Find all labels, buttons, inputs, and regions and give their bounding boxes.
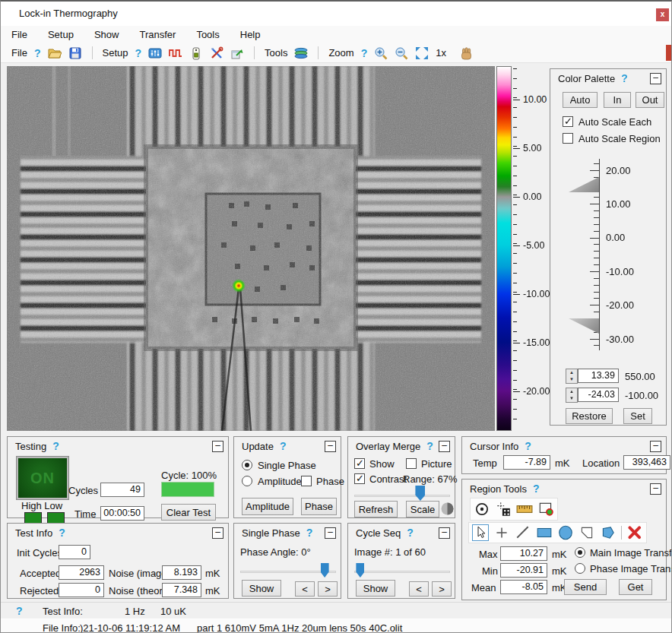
- out-button[interactable]: Out: [636, 92, 664, 108]
- set-button[interactable]: Set: [623, 408, 652, 424]
- refresh-button[interactable]: Refresh: [354, 501, 398, 517]
- upper-scale-handle[interactable]: [569, 177, 599, 192]
- color-palette-minimize-button[interactable]: –: [650, 73, 661, 84]
- square-wave-icon[interactable]: [169, 46, 182, 60]
- single-phase-minimize-button[interactable]: –: [325, 527, 336, 539]
- on-button[interactable]: ON: [17, 457, 68, 499]
- menu-transfer[interactable]: Transfer: [139, 29, 176, 40]
- update-minimize-button[interactable]: –: [325, 441, 336, 452]
- scale-button[interactable]: Scale: [406, 501, 439, 517]
- select-arrow-tool-icon[interactable]: [472, 524, 489, 541]
- open-folder-icon[interactable]: [48, 46, 62, 60]
- menu-file[interactable]: File: [11, 29, 27, 40]
- show-checkbox[interactable]: [354, 458, 365, 469]
- menu-setup[interactable]: Setup: [48, 29, 74, 40]
- cursor-info-help-icon[interactable]: ?: [525, 440, 531, 452]
- overlay-merge-minimize-button[interactable]: –: [439, 441, 450, 452]
- phase-image-transfer-radio[interactable]: [575, 563, 585, 574]
- picture-checkbox[interactable]: [406, 458, 417, 469]
- ellipse-tool-icon[interactable]: [557, 524, 574, 541]
- bullseye-tool-icon[interactable]: [474, 501, 490, 517]
- contrast-ball-icon: [441, 502, 454, 515]
- testing-minimize-button[interactable]: –: [212, 441, 223, 452]
- clear-test-button[interactable]: Clear Test: [161, 504, 216, 521]
- zoom-fit-icon[interactable]: [415, 46, 429, 60]
- close-button[interactable]: x: [656, 8, 669, 21]
- test-info-minimize-button[interactable]: –: [212, 527, 223, 539]
- thermography-image[interactable]: [7, 66, 495, 431]
- cursor-info-minimize-button[interactable]: –: [650, 441, 661, 452]
- cycle-seq-prev-button[interactable]: <: [409, 581, 429, 597]
- contrast-checkbox[interactable]: [354, 473, 365, 484]
- menu-help[interactable]: Help: [240, 29, 261, 40]
- cycle-seq-show-button[interactable]: Show: [356, 580, 395, 597]
- zoom-level[interactable]: 1x: [436, 47, 446, 59]
- line-tool-icon[interactable]: [515, 524, 531, 541]
- single-phase-show-button[interactable]: Show: [242, 580, 281, 597]
- delete-region-icon[interactable]: [626, 524, 643, 541]
- palette-scale-axis: [599, 159, 600, 350]
- setup-help-icon[interactable]: ?: [135, 47, 142, 59]
- layers-icon[interactable]: [294, 46, 308, 60]
- amplitude-button[interactable]: Amplitude: [242, 498, 293, 515]
- cycle-seq-next-button[interactable]: >: [432, 581, 452, 597]
- testing-help-icon[interactable]: ?: [52, 440, 59, 452]
- file-help-icon[interactable]: ?: [34, 47, 41, 59]
- toolbar-separator: [254, 46, 255, 59]
- lower-value-field[interactable]: -24.03: [578, 388, 619, 402]
- tools-crossed-icon[interactable]: [210, 46, 223, 60]
- point-tool-icon[interactable]: [493, 524, 510, 541]
- zoom-out-icon[interactable]: [395, 46, 408, 60]
- export-window-icon[interactable]: [230, 46, 244, 60]
- amplitude-radio-label: Amplitude: [258, 476, 302, 487]
- amplitude-radio[interactable]: [242, 476, 252, 486]
- lower-scale-handle[interactable]: [569, 318, 599, 334]
- auto-scale-region-checkbox[interactable]: [563, 133, 573, 144]
- lower-value-spinner[interactable]: ▲▼: [566, 388, 578, 403]
- region-marker-tool-icon[interactable]: [537, 501, 554, 517]
- in-button[interactable]: In: [604, 92, 631, 108]
- single-phase-radio[interactable]: [242, 460, 252, 470]
- menu-tools[interactable]: Tools: [196, 29, 219, 40]
- cycle-slider-thumb[interactable]: [356, 563, 364, 578]
- region-tools-help-icon[interactable]: ?: [533, 483, 540, 495]
- cycle-slider-track[interactable]: [354, 571, 450, 573]
- upper-value-field[interactable]: 13.39: [578, 369, 619, 383]
- zoom-help-icon[interactable]: ?: [361, 47, 368, 59]
- status-help-icon[interactable]: ?: [16, 605, 23, 617]
- phase-button[interactable]: Phase: [301, 498, 337, 515]
- color-palette-help-icon[interactable]: ?: [621, 72, 628, 84]
- restore-button[interactable]: Restore: [566, 408, 613, 424]
- rectangle-tool-icon[interactable]: [536, 524, 553, 541]
- single-phase-help-icon[interactable]: ?: [306, 527, 313, 539]
- single-phase-next-button[interactable]: >: [318, 581, 338, 597]
- send-button[interactable]: Send: [564, 579, 607, 595]
- upper-value-spinner[interactable]: ▲▼: [566, 369, 578, 384]
- cycle-seq-help-icon[interactable]: ?: [407, 527, 414, 539]
- overlay-merge-help-icon[interactable]: ?: [426, 440, 433, 452]
- battery-icon[interactable]: [189, 46, 203, 60]
- polyline-tool-icon[interactable]: [578, 524, 595, 541]
- region-tools-minimize-button[interactable]: –: [650, 483, 661, 495]
- phase-checkbox[interactable]: [301, 476, 312, 486]
- range-slider-thumb[interactable]: [415, 486, 425, 501]
- auto-button[interactable]: Auto: [563, 92, 598, 108]
- cursor-info-title: Cursor Info: [470, 441, 518, 452]
- polygon-tool-icon[interactable]: [600, 524, 617, 541]
- ruler-tool-icon[interactable]: [516, 501, 533, 517]
- pan-hand-icon[interactable]: [459, 46, 473, 60]
- single-phase-prev-button[interactable]: <: [295, 581, 315, 597]
- cycle-seq-minimize-button[interactable]: –: [439, 527, 450, 539]
- phase-slider-thumb[interactable]: [321, 563, 329, 578]
- test-info-help-icon[interactable]: ?: [59, 527, 65, 539]
- save-icon[interactable]: [68, 46, 82, 60]
- settings-sliders-icon[interactable]: [148, 46, 162, 60]
- crosshair-grid-tool-icon[interactable]: [495, 501, 512, 517]
- menu-show[interactable]: Show: [94, 29, 119, 40]
- zoom-in-icon[interactable]: [374, 46, 388, 60]
- range-slider-track[interactable]: [354, 495, 450, 497]
- update-help-icon[interactable]: ?: [280, 440, 287, 452]
- auto-scale-each-checkbox[interactable]: [563, 116, 573, 127]
- main-image-transfer-radio[interactable]: [575, 547, 585, 558]
- get-button[interactable]: Get: [619, 579, 652, 595]
